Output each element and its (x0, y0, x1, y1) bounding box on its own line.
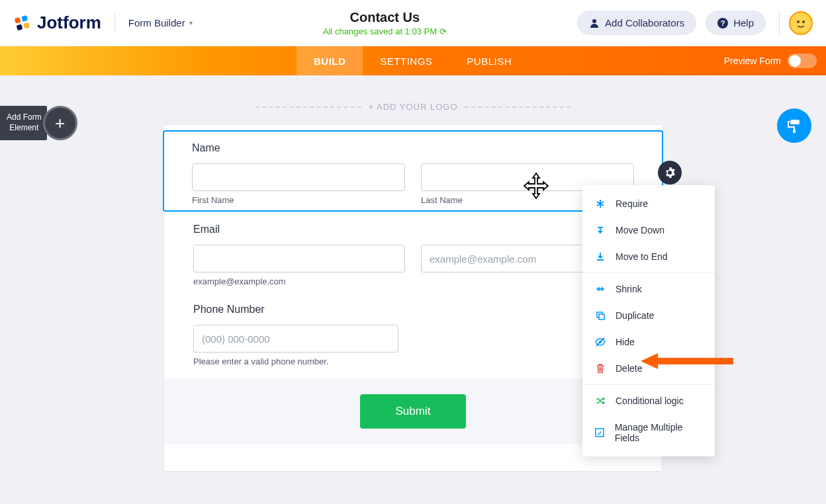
tab-build[interactable]: BUILD (297, 46, 363, 75)
user-avatar[interactable] (789, 11, 813, 35)
svg-rect-2 (17, 24, 23, 30)
form-builder-dropdown[interactable]: Form Builder ▾ (128, 17, 193, 28)
arrow-down-icon (594, 226, 606, 235)
save-status: All changes saved at 1:03 PM ⟳ (193, 26, 577, 36)
phone-hint: Please enter a valid phone number. (193, 357, 633, 366)
svg-point-8 (797, 21, 800, 23)
avatar-icon (792, 14, 810, 32)
duplicate-icon (594, 311, 606, 320)
edit-fields-icon (594, 428, 606, 437)
submit-button[interactable]: Submit (360, 394, 467, 429)
svg-point-4 (592, 19, 596, 23)
asterisk-icon (594, 199, 606, 208)
menu-delete[interactable]: Delete (582, 355, 715, 382)
svg-rect-13 (599, 314, 604, 319)
preview-label: Preview Form (724, 56, 781, 66)
header-divider (115, 13, 115, 33)
add-collaborators-button[interactable]: Add Collaborators (577, 11, 696, 35)
tab-publish[interactable]: PUBLISH (449, 46, 529, 75)
menu-hide[interactable]: Hide (582, 329, 715, 355)
field-settings-button[interactable] (658, 161, 682, 185)
jotform-logo-icon (13, 14, 32, 32)
brand-logo[interactable]: Jotform (13, 13, 101, 33)
shrink-icon (594, 284, 606, 294)
shuffle-icon (594, 396, 606, 405)
svg-rect-0 (15, 17, 21, 23)
brand-name: Jotform (37, 13, 101, 33)
add-logo-placeholder[interactable]: + ADD YOUR LOGO (255, 102, 570, 112)
tab-settings[interactable]: SETTINGS (363, 46, 449, 75)
field-label-name[interactable]: Name (192, 142, 634, 154)
menu-require[interactable]: Require (582, 190, 715, 217)
email-input[interactable] (193, 245, 405, 273)
first-name-sublabel: First Name (192, 195, 405, 205)
refresh-icon: ⟳ (439, 26, 447, 36)
menu-separator (582, 273, 715, 273)
menu-move-end[interactable]: Move to End (582, 243, 715, 270)
help-button[interactable]: ? Help (706, 11, 766, 35)
svg-rect-3 (23, 22, 30, 28)
svg-text:?: ? (721, 19, 725, 27)
field-label-email[interactable]: Email (193, 224, 633, 235)
trash-icon (594, 364, 606, 373)
menu-shrink[interactable]: Shrink (582, 276, 715, 302)
preview-toggle[interactable] (788, 54, 817, 68)
menu-manage-multiple[interactable]: Manage Multiple Fields (582, 414, 715, 451)
first-name-input[interactable] (192, 163, 405, 191)
form-builder-label: Form Builder (128, 17, 185, 28)
form-title[interactable]: Contact Us (193, 10, 577, 25)
field-context-menu: Require Move Down Move to End Shrink Dup… (582, 185, 715, 456)
person-icon (589, 18, 600, 28)
email-hint: example@example.com (193, 276, 405, 286)
gear-icon (665, 167, 675, 178)
menu-separator-2 (582, 384, 715, 385)
field-label-phone[interactable]: Phone Number (193, 304, 633, 315)
svg-point-9 (802, 21, 805, 23)
menu-move-down[interactable]: Move Down (582, 217, 715, 243)
help-icon: ? (717, 18, 728, 28)
phone-input[interactable] (193, 325, 398, 353)
menu-conditional-logic[interactable]: Conditional logic (582, 388, 715, 414)
menu-duplicate[interactable]: Duplicate (582, 302, 715, 329)
form-title-block: Contact Us All changes saved at 1:03 PM … (193, 10, 577, 36)
eye-off-icon (594, 337, 606, 347)
move-to-end-icon (594, 252, 606, 261)
svg-rect-1 (21, 15, 28, 22)
svg-point-7 (792, 15, 809, 32)
header-divider-2 (779, 10, 780, 36)
